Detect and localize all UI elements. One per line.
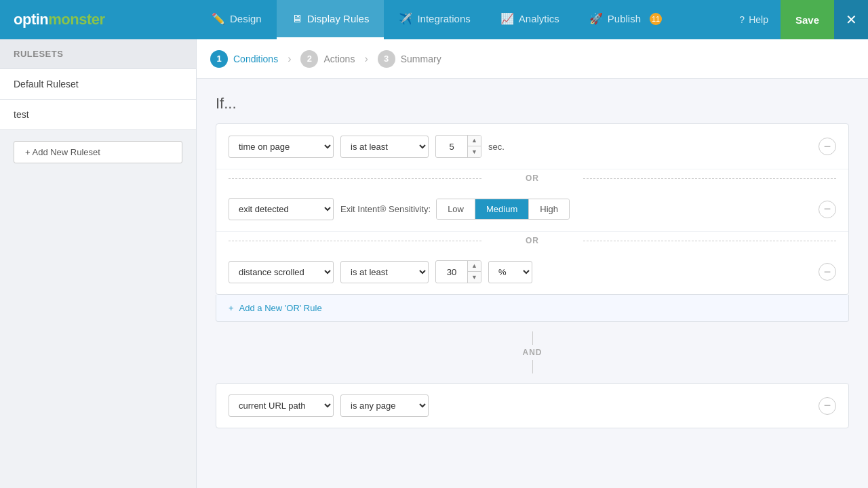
operator-select-url[interactable]: is any page is contains starts with ends… [340,394,429,417]
step-2-label: Actions [323,54,355,64]
sec-label: sec. [488,142,505,152]
content-area: 1 Conditions › 2 Actions › 3 Summary If.… [197,39,868,488]
rule-row-distance: distance scrolled time on page exit dete… [216,249,848,294]
operator-select-distance[interactable]: is at least is less than exactly [340,261,429,283]
and-line-top [532,331,533,345]
time-spinners: ▲ ▼ [467,136,481,157]
integrations-icon: ✈️ [399,12,412,25]
logo: optinmonster [14,11,105,28]
logo-optin: optin [14,11,48,28]
add-ruleset-button[interactable]: + Add New Ruleset [14,141,182,163]
close-button[interactable]: ✕ [834,0,868,39]
nav-right: ? Help Save ✕ [727,0,868,39]
unit-select-distance[interactable]: % px [488,261,532,283]
logo-area: optinmonster [0,11,197,28]
tab-design[interactable]: ✏️ Design [197,0,277,39]
top-nav: optinmonster ✏️ Design 🖥 Display Rules ✈… [0,0,868,39]
add-or-label: Add a New 'OR' Rule [239,303,322,313]
sidebar-item-default-ruleset[interactable]: Default Ruleset [0,69,196,100]
sensitivity-label: Exit Intent® Sensitivity: [340,204,431,214]
condition-select-exit[interactable]: exit detected time on page distance scro… [229,198,334,220]
remove-distance-rule[interactable]: − [818,263,836,281]
condition-select-url[interactable]: current URL path time on page exit detec… [229,394,334,417]
design-icon: ✏️ [212,12,225,25]
steps-bar: 1 Conditions › 2 Actions › 3 Summary [197,39,868,79]
rule-row-exit: exit detected time on page distance scro… [216,187,848,232]
publish-badge: 11 [650,13,662,25]
step-arrow-2: › [364,53,368,65]
sidebar: Rulesets Default Ruleset test + Add New … [0,39,197,488]
spin-down-time[interactable]: ▼ [468,146,481,157]
minus-icon-url: − [824,399,831,413]
close-icon: ✕ [846,12,857,28]
plus-icon-or: + [229,303,234,313]
step-conditions[interactable]: 1 Conditions [210,50,278,68]
tab-display-rules[interactable]: 🖥 Display Rules [277,0,384,39]
spin-down-distance[interactable]: ▼ [468,272,481,283]
tab-analytics-label: Analytics [519,13,559,24]
sensitivity-low[interactable]: Low [437,199,475,219]
rule-group-1: time on page exit detected distance scro… [216,123,849,295]
or-divider-1: OR [216,169,848,187]
rule-row-url: current URL path time on page exit detec… [216,384,848,428]
remove-url-rule[interactable]: − [818,397,836,415]
step-arrow-1: › [288,53,291,65]
step-1-num: 1 [210,50,228,68]
main-layout: Rulesets Default Ruleset test + Add New … [0,39,868,488]
minus-icon-distance: − [824,265,831,279]
help-icon: ? [739,14,745,25]
rule-row-time: time on page exit detected distance scro… [216,124,848,169]
display-rules-icon: 🖥 [292,13,302,25]
step-3-label: Summary [401,54,441,64]
step-actions[interactable]: 2 Actions [300,50,355,68]
value-input-time-wrap: ▲ ▼ [435,135,481,158]
operator-select-time[interactable]: is at least is less than exactly [340,136,429,158]
value-input-distance-wrap: ▲ ▼ [435,260,481,283]
logo-monster: monster [48,11,104,28]
and-line-bottom [532,360,533,373]
publish-icon: 🚀 [589,12,603,25]
minus-icon: − [824,140,831,154]
add-or-rule-button[interactable]: + Add a New 'OR' Rule [216,295,849,322]
tab-analytics[interactable]: 📈 Analytics [486,0,574,39]
minus-icon-exit: − [824,202,831,216]
and-label: AND [523,348,542,357]
help-button[interactable]: ? Help [727,0,781,39]
tab-integrations[interactable]: ✈️ Integrations [384,0,485,39]
value-input-distance[interactable] [436,262,467,282]
sidebar-item-test[interactable]: test [0,100,196,130]
main-area: If... time on page exit detected distanc… [197,79,868,445]
and-divider: AND [216,322,849,383]
step-3-num: 3 [378,50,395,68]
remove-exit-rule[interactable]: − [818,201,836,218]
if-label: If... [216,95,849,113]
tab-design-label: Design [230,13,262,24]
help-label: Help [749,14,768,25]
rule-group-2: current URL path time on page exit detec… [216,383,849,428]
sidebar-item-label: Default Ruleset [14,79,79,89]
remove-time-rule[interactable]: − [818,138,836,155]
condition-select-time[interactable]: time on page exit detected distance scro… [229,136,334,158]
or-divider-2: OR [216,232,848,249]
sidebar-section-title: Rulesets [0,39,196,69]
step-2-num: 2 [300,50,318,68]
analytics-icon: 📈 [500,12,514,25]
sensitivity-wrap: Exit Intent® Sensitivity: Low Medium Hig… [340,199,812,220]
distance-spinners: ▲ ▼ [467,261,481,283]
save-button[interactable]: Save [781,0,834,39]
value-input-time[interactable] [436,137,467,157]
or-label-2: OR [526,236,539,245]
sensitivity-high[interactable]: High [529,199,569,219]
nav-tabs: ✏️ Design 🖥 Display Rules ✈️ Integration… [197,0,727,39]
sidebar-item-label: test [14,109,29,120]
tab-integrations-label: Integrations [417,13,470,24]
step-summary[interactable]: 3 Summary [378,50,441,68]
spin-up-distance[interactable]: ▲ [468,261,481,272]
tab-publish[interactable]: 🚀 Publish 11 [574,0,677,39]
sensitivity-medium[interactable]: Medium [475,199,529,219]
tab-display-rules-label: Display Rules [307,13,370,24]
tab-publish-label: Publish [608,13,641,24]
condition-select-distance[interactable]: distance scrolled time on page exit dete… [229,261,334,283]
spin-up-time[interactable]: ▲ [468,136,481,146]
or-label-1: OR [526,174,539,183]
